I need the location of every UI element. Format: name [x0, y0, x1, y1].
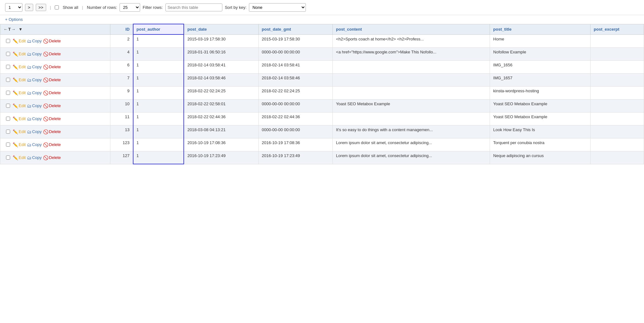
row-checkbox[interactable] [6, 155, 10, 160]
sort-select[interactable]: None [249, 3, 306, 12]
row-checkbox[interactable] [6, 130, 10, 134]
resize-handle[interactable]: ← T → [3, 27, 15, 32]
cell-post-date: 2018-02-22 02:24:25 [184, 86, 258, 99]
copy-button[interactable]: 🗂 Copy [27, 64, 41, 70]
table-row: ✏️ Edit 🗂 Copy 🚫 Delete 1312018-03-08 04… [0, 125, 644, 138]
table-row: ✏️ Edit 🗂 Copy 🚫 Delete 12312016-10-19 1… [0, 138, 644, 151]
pencil-icon: ✏️ [13, 39, 18, 44]
col-header-post-excerpt[interactable]: post_excerpt [591, 24, 644, 34]
cell-post-date: 2018-02-14 03:58:46 [184, 73, 258, 86]
action-td: ✏️ Edit 🗂 Copy 🚫 Delete [0, 73, 110, 86]
cell-id: 127 [110, 151, 133, 164]
delete-button[interactable]: 🚫 Delete [43, 39, 61, 44]
action-td: ✏️ Edit 🗂 Copy 🚫 Delete [0, 151, 110, 164]
edit-button[interactable]: ✏️ Edit [13, 103, 26, 108]
copy-button[interactable]: 🗂 Copy [27, 103, 41, 108]
edit-label: Edit [19, 142, 26, 147]
col-header-post-content[interactable]: post_content [333, 24, 490, 34]
row-checkbox[interactable] [6, 117, 10, 121]
cell-post-date: 2016-10-19 17:23:49 [184, 151, 258, 164]
cell-post-date: 2015-03-19 17:58:30 [184, 34, 258, 47]
copy-db-icon: 🗂 [27, 39, 31, 44]
col-header-post-date-gmt[interactable]: post_date_gmt [258, 24, 333, 34]
copy-button[interactable]: 🗂 Copy [27, 142, 41, 147]
row-checkbox[interactable] [6, 78, 10, 82]
cell-post-content: Lorem ipsum dolor sit amet, consectetur … [333, 151, 490, 164]
copy-button[interactable]: 🗂 Copy [27, 77, 41, 82]
delete-button[interactable]: 🚫 Delete [43, 90, 61, 95]
action-td: ✏️ Edit 🗂 Copy 🚫 Delete [0, 60, 110, 73]
pencil-icon: ✏️ [13, 77, 18, 82]
cell-post-date: 2018-02-22 02:44:36 [184, 112, 258, 125]
edit-button[interactable]: ✏️ Edit [13, 116, 26, 121]
edit-label: Edit [19, 129, 26, 134]
delete-button[interactable]: 🚫 Delete [43, 155, 61, 160]
delete-button[interactable]: 🚫 Delete [43, 129, 61, 134]
cell-post-content [333, 86, 490, 99]
show-all-checkbox[interactable] [55, 5, 59, 9]
col-header-id[interactable]: ID [110, 24, 133, 34]
row-checkbox[interactable] [6, 52, 10, 56]
cell-post-content [333, 60, 490, 73]
copy-button[interactable]: 🗂 Copy [27, 39, 41, 44]
delete-icon: 🚫 [43, 90, 48, 95]
search-input[interactable] [165, 3, 222, 11]
col-header-post-author[interactable]: post_author [133, 24, 184, 34]
edit-button[interactable]: ✏️ Edit [13, 64, 26, 70]
edit-button[interactable]: ✏️ Edit [13, 39, 26, 44]
edit-label: Edit [19, 90, 26, 95]
col-header-post-title[interactable]: post_title [490, 24, 591, 34]
copy-button[interactable]: 🗂 Copy [27, 90, 41, 95]
cell-post-title: Yoast SEO Metabox Example [490, 99, 591, 112]
delete-label: Delete [49, 77, 61, 82]
copy-button[interactable]: 🗂 Copy [27, 116, 41, 121]
options-row[interactable]: + Options [0, 15, 644, 24]
cell-post-date-gmt: 2015-03-19 17:58:30 [258, 34, 333, 47]
sort-down-icon[interactable]: ▼ [19, 27, 23, 32]
cell-id: 123 [110, 138, 133, 151]
cell-post-author: 1 [133, 99, 184, 112]
col-header-post-date[interactable]: post_date [184, 24, 258, 34]
copy-button[interactable]: 🗂 Copy [27, 155, 41, 160]
row-checkbox[interactable] [6, 143, 10, 147]
edit-button[interactable]: ✏️ Edit [13, 129, 26, 134]
col-header-actions: ← T → ▼ [0, 24, 110, 34]
copy-button[interactable]: 🗂 Copy [27, 52, 41, 57]
delete-button[interactable]: 🚫 Delete [43, 103, 61, 108]
rows-select[interactable]: 25 50 100 [120, 3, 140, 12]
delete-button[interactable]: 🚫 Delete [43, 116, 61, 121]
delete-label: Delete [49, 39, 61, 43]
edit-button[interactable]: ✏️ Edit [13, 142, 26, 147]
delete-button[interactable]: 🚫 Delete [43, 142, 61, 147]
last-page-button[interactable]: >> [36, 4, 46, 11]
copy-button[interactable]: 🗂 Copy [27, 129, 41, 134]
cell-id: 7 [110, 73, 133, 86]
delete-icon: 🚫 [43, 64, 48, 70]
delete-button[interactable]: 🚫 Delete [43, 52, 61, 57]
edit-button[interactable]: ✏️ Edit [13, 155, 26, 160]
row-checkbox[interactable] [6, 91, 10, 95]
cell-post-title: Look How Easy This Is [490, 125, 591, 138]
cell-id: 4 [110, 47, 133, 60]
pencil-icon: ✏️ [13, 90, 18, 95]
edit-button[interactable]: ✏️ Edit [13, 52, 26, 57]
resize-right-icon: → [11, 27, 15, 32]
edit-button[interactable]: ✏️ Edit [13, 90, 26, 95]
table-row: ✏️ Edit 🗂 Copy 🚫 Delete 212015-03-19 17:… [0, 34, 644, 47]
cell-post-excerpt [591, 73, 644, 86]
delete-button[interactable]: 🚫 Delete [43, 77, 61, 82]
delete-button[interactable]: 🚫 Delete [43, 64, 61, 70]
row-checkbox[interactable] [6, 65, 10, 69]
edit-button[interactable]: ✏️ Edit [13, 77, 26, 82]
cell-post-author: 1 [133, 138, 184, 151]
cell-post-excerpt [591, 99, 644, 112]
cell-post-content: <a href="https://www.google.com">Make Th… [333, 47, 490, 60]
cell-post-date-gmt: 0000-00-00 00:00:00 [258, 99, 333, 112]
cell-post-title: kinsta-wordpress-hosting [490, 86, 591, 99]
row-checkbox[interactable] [6, 104, 10, 108]
page-select[interactable]: 1 [5, 3, 22, 12]
cell-post-excerpt [591, 34, 644, 47]
next-page-button[interactable]: > [25, 4, 33, 11]
cell-post-author: 1 [133, 125, 184, 138]
row-checkbox[interactable] [6, 39, 10, 43]
